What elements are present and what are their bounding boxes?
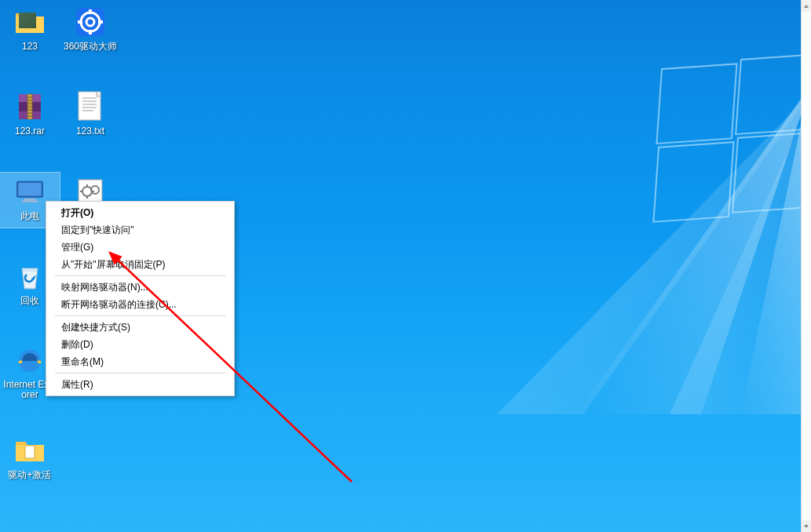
desktop-icon-driver-activate[interactable]: 驱动+激活 [0,432,60,480]
desktop-icon-txt[interactable]: 123.txt [60,88,120,137]
txt-icon [75,91,106,122]
svg-rect-7 [732,133,811,213]
scrollbar-down-button[interactable] [802,520,812,532]
driver-master-icon [75,6,106,38]
icon-label: 回收 [20,295,39,306]
svg-rect-48 [22,361,38,364]
menu-item-delete[interactable]: 删除(D) [47,336,233,353]
menu-separator [55,315,225,316]
svg-rect-13 [89,9,92,14]
svg-rect-15 [78,20,82,24]
desktop[interactable]: 123 360驱动大师 [0,0,811,532]
menu-item-rename[interactable]: 重命名(M) [47,353,233,370]
menu-item-manage[interactable]: 管理(G) [47,239,233,256]
svg-marker-2 [497,93,811,414]
icon-label: 123.txt [76,126,104,137]
recycle-bin-icon [14,261,46,292]
svg-rect-37 [24,199,36,201]
context-menu: 打开(O) 固定到"快速访问" 管理(G) 从"开始"屏幕取消固定(P) 映射网… [46,201,235,396]
svg-rect-14 [89,30,92,35]
svg-rect-5 [736,54,811,134]
desktop-icon-rar[interactable]: 123.rar [0,88,60,137]
svg-rect-6 [653,142,733,222]
svg-rect-16 [98,20,103,24]
folder-icon [14,435,46,466]
menu-item-open[interactable]: 打开(O) [47,204,233,221]
icon-label: 驱动+激活 [8,469,51,480]
icon-label: 此电 [20,210,39,221]
svg-marker-1 [575,85,811,414]
menu-item-disconnect-drive[interactable]: 断开网络驱动器的连接(C)... [47,296,233,313]
desktop-icon-folder-123[interactable]: 123 [0,3,60,52]
menu-separator [55,275,225,276]
svg-rect-36 [18,183,41,195]
vertical-scrollbar[interactable] [801,0,811,532]
rar-icon [14,91,46,122]
icon-label: 123 [22,41,38,52]
menu-separator [55,373,225,373]
scrollbar-up-button[interactable] [802,0,812,12]
svg-rect-49 [25,446,35,458]
svg-rect-4 [656,64,736,144]
icon-label: 360驱动大师 [64,41,117,52]
menu-item-create-shortcut[interactable]: 创建快捷方式(S) [47,319,233,336]
chevron-down-icon [804,525,809,528]
folder-icon [14,6,46,38]
wallpaper-light [261,22,811,414]
svg-rect-38 [21,201,38,202]
desktop-icon-driver-master[interactable]: 360驱动大师 [60,3,120,52]
menu-item-map-drive[interactable]: 映射网络驱动器(N)... [47,279,233,296]
this-pc-icon [14,176,46,207]
svg-rect-9 [19,13,36,28]
svg-marker-0 [670,100,811,414]
menu-item-pin-quick[interactable]: 固定到"快速访问" [47,221,233,239]
chevron-up-icon [804,5,809,8]
icon-label: 123.rar [15,126,45,137]
ie-icon [14,345,46,377]
menu-item-properties[interactable]: 属性(R) [47,376,233,393]
menu-item-unpin-start[interactable]: 从"开始"屏幕取消固定(P) [47,256,233,273]
